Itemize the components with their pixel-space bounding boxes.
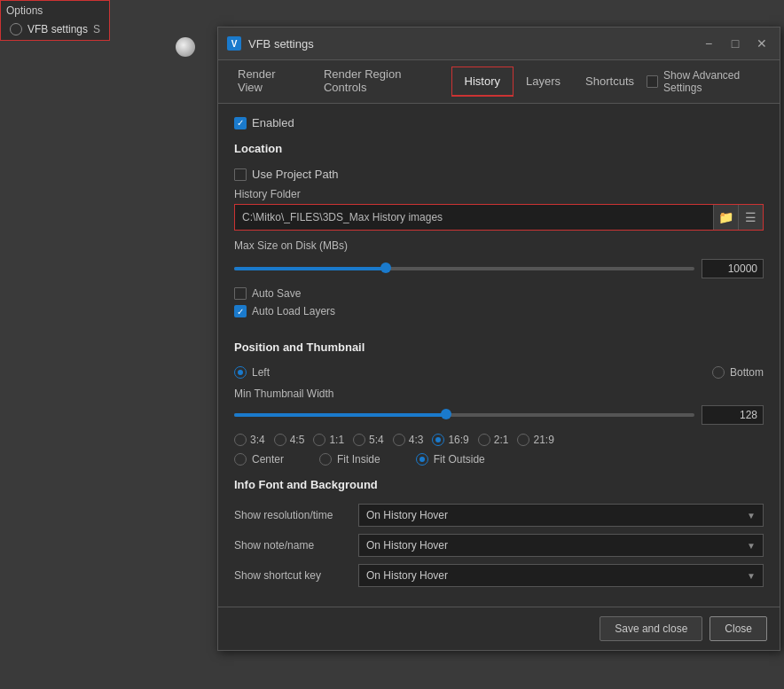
show-res-value: On History Hover xyxy=(366,509,448,521)
position-radio-row: Left Bottom xyxy=(234,366,764,379)
history-folder-label: History Folder xyxy=(234,188,764,200)
advanced-settings-label: Show Advanced Settings xyxy=(663,69,772,94)
auto-load-layers-checkbox[interactable]: ✓ xyxy=(234,305,247,317)
show-res-dropdown[interactable]: On History Hover ▼ xyxy=(358,504,764,527)
thumb-slider-track[interactable] xyxy=(234,413,694,417)
tab-render-region[interactable]: Render Region Controls xyxy=(311,60,451,103)
maximize-button[interactable]: □ xyxy=(726,35,744,52)
enabled-label: Enabled xyxy=(252,116,294,129)
close-button[interactable]: ✕ xyxy=(753,35,771,52)
aspect-3-4-radio[interactable] xyxy=(234,434,247,446)
use-project-path-row: Use Project Path xyxy=(234,168,764,181)
thumb-width-input[interactable] xyxy=(702,405,764,425)
fit-outside-radio[interactable] xyxy=(416,453,428,466)
auto-load-layers-row: ✓ Auto Load Layers xyxy=(234,305,764,317)
vfb-settings-label: VFB settings xyxy=(27,23,88,35)
use-project-path-checkbox[interactable] xyxy=(234,168,247,181)
vfb-settings-shortcut: S xyxy=(93,23,100,35)
aspect-4-5[interactable]: 4:5 xyxy=(274,434,305,446)
aspect-1-1[interactable]: 1:1 xyxy=(313,434,344,446)
info-font-header: Info Font and Background xyxy=(234,478,764,495)
fit-inside[interactable]: Fit Inside xyxy=(319,453,380,466)
fit-center[interactable]: Center xyxy=(234,453,284,466)
dialog-content: ✓ Enabled Location Use Project Path Hist… xyxy=(218,104,780,607)
dialog-titlebar: V VFB settings − □ ✕ xyxy=(218,27,780,60)
show-note-row: Show note/name On History Hover ▼ xyxy=(234,534,764,557)
aspect-16-9-radio[interactable] xyxy=(432,434,444,446)
max-size-slider-track[interactable] xyxy=(234,267,694,270)
show-shortcut-label: Show shortcut key xyxy=(234,569,349,582)
max-size-row: Max Size on Disk (MBs) xyxy=(234,239,764,252)
aspect-1-1-radio[interactable] xyxy=(313,434,325,446)
aspect-2-1-radio[interactable] xyxy=(478,434,490,446)
max-size-input[interactable] xyxy=(702,259,764,278)
tab-layers[interactable]: Layers xyxy=(514,67,573,97)
position-left-radio[interactable] xyxy=(234,366,247,379)
show-shortcut-dropdown[interactable]: On History Hover ▼ xyxy=(358,564,764,587)
max-size-label: Max Size on Disk (MBs) xyxy=(234,239,348,252)
save-and-close-button[interactable]: Save and close xyxy=(600,616,702,641)
fit-outside[interactable]: Fit Outside xyxy=(416,453,485,466)
fit-center-radio[interactable] xyxy=(234,453,247,466)
auto-save-checkbox[interactable] xyxy=(234,287,247,300)
enabled-row: ✓ Enabled xyxy=(234,116,764,129)
position-left-option[interactable]: Left xyxy=(234,366,270,379)
tab-shortcuts[interactable]: Shortcuts xyxy=(573,67,647,97)
position-bottom-option[interactable]: Bottom xyxy=(712,366,764,379)
folder-browse-button[interactable]: 📁 xyxy=(713,205,738,230)
vfb-settings-item[interactable]: VFB settings S xyxy=(6,20,104,38)
use-project-path-label: Use Project Path xyxy=(252,168,339,181)
history-folder-box: 📁 ☰ xyxy=(234,204,764,231)
options-bar: Options VFB settings S xyxy=(0,0,110,41)
show-note-label: Show note/name xyxy=(234,539,349,552)
thumb-slider-thumb[interactable] xyxy=(441,409,451,419)
aspect-ratio-row: 3:4 4:5 1:1 5:4 4:3 xyxy=(234,434,764,446)
advanced-settings-toggle[interactable]: Show Advanced Settings xyxy=(647,69,772,94)
location-header: Location xyxy=(234,142,764,159)
position-bottom-radio[interactable] xyxy=(712,366,725,379)
preview-circle xyxy=(176,37,195,57)
max-size-slider-row xyxy=(234,259,764,278)
auto-load-layers-label: Auto Load Layers xyxy=(252,305,335,317)
aspect-21-9-radio[interactable] xyxy=(517,434,529,446)
aspect-21-9[interactable]: 21:9 xyxy=(517,434,553,446)
vfb-settings-dialog: V VFB settings − □ ✕ Render View Render … xyxy=(217,27,780,651)
fit-inside-radio[interactable] xyxy=(319,453,332,466)
tab-render-view[interactable]: Render View xyxy=(225,60,311,103)
max-size-slider-fill xyxy=(234,267,386,270)
max-size-slider-thumb[interactable] xyxy=(380,262,391,273)
history-folder-input[interactable] xyxy=(235,206,713,229)
show-res-row: Show resolution/time On History Hover ▼ xyxy=(234,504,764,527)
tab-history[interactable]: History xyxy=(451,67,514,97)
show-note-value: On History Hover xyxy=(366,539,448,552)
show-note-dropdown[interactable]: On History Hover ▼ xyxy=(358,534,764,557)
enabled-checkbox[interactable]: ✓ xyxy=(234,117,247,129)
location-section: Location Use Project Path History Folder… xyxy=(234,142,764,317)
dialog-footer: Save and close Close xyxy=(218,607,780,650)
show-shortcut-row: Show shortcut key On History Hover ▼ xyxy=(234,564,764,587)
fit-options-row: Center Fit Inside Fit Outside xyxy=(234,453,764,466)
thumb-width-label: Min Thumbnail Width xyxy=(234,388,764,400)
aspect-4-5-radio[interactable] xyxy=(274,434,286,446)
aspect-16-9[interactable]: 16:9 xyxy=(432,434,468,446)
aspect-5-4[interactable]: 5:4 xyxy=(353,434,384,446)
show-res-dropdown-arrow: ▼ xyxy=(747,511,756,521)
show-res-label: Show resolution/time xyxy=(234,509,349,521)
thumb-slider-row xyxy=(234,405,764,425)
aspect-3-4[interactable]: 3:4 xyxy=(234,434,265,446)
aspect-4-3-radio[interactable] xyxy=(393,434,405,446)
dialog-app-icon: V xyxy=(227,36,241,51)
close-dialog-button[interactable]: Close xyxy=(710,616,767,641)
minimize-button[interactable]: − xyxy=(700,35,717,52)
aspect-4-3[interactable]: 4:3 xyxy=(393,434,424,446)
aspect-2-1[interactable]: 2:1 xyxy=(478,434,509,446)
gear-icon xyxy=(10,23,22,35)
show-shortcut-dropdown-arrow: ▼ xyxy=(747,571,756,581)
folder-list-button[interactable]: ☰ xyxy=(738,205,763,230)
options-title: Options xyxy=(6,3,104,19)
position-left-label: Left xyxy=(252,366,270,379)
aspect-5-4-radio[interactable] xyxy=(353,434,365,446)
auto-save-label: Auto Save xyxy=(252,287,301,300)
advanced-settings-checkbox[interactable] xyxy=(647,75,658,88)
auto-save-row: Auto Save xyxy=(234,287,764,300)
